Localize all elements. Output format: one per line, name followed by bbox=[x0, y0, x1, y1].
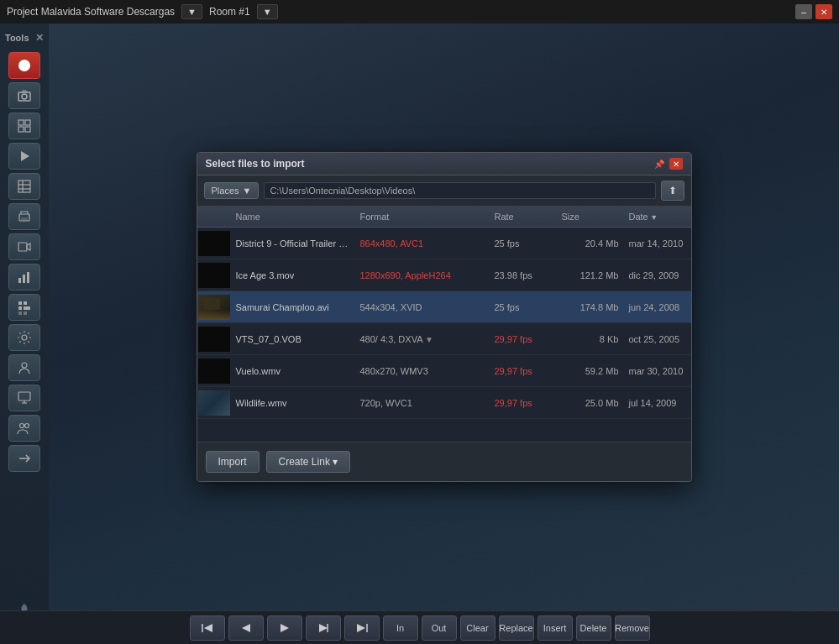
svg-rect-18 bbox=[27, 272, 29, 283]
dialog-controls: 📌 ✕ bbox=[653, 158, 683, 170]
tool-monitor[interactable] bbox=[8, 385, 40, 411]
dialog-titlebar: Select files to import 📌 ✕ bbox=[197, 153, 691, 175]
file-thumbnail bbox=[197, 228, 231, 259]
import-dialog: Select files to import 📌 ✕ Places ▼ C:\U… bbox=[197, 152, 692, 482]
svg-marker-39 bbox=[319, 624, 328, 632]
file-date: jul 14, 2009 bbox=[624, 398, 691, 408]
tool-grid2[interactable] bbox=[8, 294, 40, 321]
tool-chart[interactable] bbox=[8, 264, 40, 291]
dialog-pin-button[interactable]: 📌 bbox=[653, 158, 666, 170]
first-frame-button[interactable] bbox=[190, 615, 225, 641]
places-button[interactable]: Places ▼ bbox=[204, 182, 260, 199]
svg-marker-15 bbox=[27, 243, 30, 250]
file-list-header: Name Format Rate Size Date bbox=[197, 207, 691, 228]
tool-video[interactable] bbox=[8, 233, 40, 260]
file-size: 20.4 Mb bbox=[557, 238, 624, 249]
file-rate: 25 fps bbox=[490, 238, 557, 249]
tool-record[interactable] bbox=[8, 52, 40, 79]
tool-grid[interactable] bbox=[8, 113, 40, 139]
svg-rect-19 bbox=[18, 301, 22, 305]
svg-point-28 bbox=[22, 363, 27, 368]
tool-print[interactable] bbox=[8, 203, 40, 230]
col-header-name[interactable]: Name bbox=[231, 210, 355, 223]
svg-rect-20 bbox=[24, 301, 27, 305]
play-button[interactable] bbox=[267, 615, 302, 641]
import-button[interactable]: Import bbox=[206, 451, 260, 473]
svg-point-0 bbox=[18, 60, 30, 71]
svg-point-32 bbox=[20, 424, 24, 428]
app-title: Project Malavida Software Descargas bbox=[7, 6, 175, 18]
file-date: jun 24, 2008 bbox=[624, 302, 691, 312]
minimize-button[interactable]: – bbox=[795, 4, 812, 19]
svg-point-2 bbox=[22, 94, 27, 99]
out-button[interactable]: Out bbox=[422, 615, 457, 641]
room-dropdown[interactable]: ▼ bbox=[257, 4, 278, 19]
svg-marker-42 bbox=[357, 624, 365, 632]
project-dropdown[interactable]: ▼ bbox=[181, 4, 202, 19]
sidebar-close-button[interactable]: ✕ bbox=[35, 32, 44, 44]
tool-play[interactable] bbox=[8, 143, 40, 170]
file-row[interactable]: District 9 - Official Trailer 2.mp4 864x… bbox=[197, 228, 691, 259]
replace-button[interactable]: Replace bbox=[499, 615, 534, 641]
prev-button[interactable] bbox=[228, 615, 264, 641]
col-header-size[interactable]: Size bbox=[557, 210, 624, 223]
file-list-container: Name Format Rate Size Date District 9 - … bbox=[197, 207, 691, 442]
close-button[interactable]: ✕ bbox=[815, 4, 832, 19]
col-header-date[interactable]: Date bbox=[624, 210, 691, 223]
file-format: 544x304, XVID bbox=[355, 302, 490, 312]
dialog-close-button[interactable]: ✕ bbox=[669, 158, 683, 170]
tool-camera[interactable] bbox=[8, 82, 40, 109]
insert-button[interactable]: Insert bbox=[537, 615, 573, 641]
file-thumbnail bbox=[197, 387, 231, 419]
tool-arrow[interactable] bbox=[8, 445, 40, 472]
col-header-rate[interactable]: Rate bbox=[490, 210, 557, 223]
file-thumbnail bbox=[197, 355, 231, 387]
file-row[interactable]: Vuelo.wmv 480x270, WMV3 29,97 fps 59.2 M… bbox=[197, 355, 691, 387]
svg-rect-14 bbox=[18, 243, 27, 251]
file-name: Samurai Champloo.avi bbox=[231, 302, 355, 312]
remove-button[interactable]: Remove bbox=[615, 615, 650, 641]
file-date: dic 29, 2009 bbox=[624, 270, 691, 280]
clear-button[interactable]: Clear bbox=[460, 615, 496, 641]
file-format: 480x270, WMV3 bbox=[355, 366, 490, 376]
svg-point-33 bbox=[25, 424, 29, 428]
file-rate: 23.98 fps bbox=[490, 270, 557, 280]
file-date: mar 14, 2010 bbox=[624, 238, 691, 249]
svg-marker-38 bbox=[281, 624, 289, 632]
file-rate: 29,97 fps bbox=[490, 334, 557, 344]
svg-point-27 bbox=[22, 335, 27, 340]
tool-table[interactable] bbox=[8, 173, 40, 200]
file-name: VTS_07_0.VOB bbox=[231, 334, 355, 344]
file-row[interactable]: Wildlife.wmv 720p, WVC1 29,97 fps 25.0 M… bbox=[197, 387, 691, 419]
file-name: District 9 - Official Trailer 2.mp4 bbox=[231, 238, 355, 249]
navigate-up-button[interactable]: ⬆ bbox=[661, 181, 684, 201]
file-rate: 29,97 fps bbox=[490, 366, 557, 376]
next-button[interactable] bbox=[306, 615, 341, 641]
col-header-format[interactable]: Format bbox=[355, 210, 490, 223]
file-name: Vuelo.wmv bbox=[231, 366, 355, 376]
last-frame-button[interactable] bbox=[344, 615, 380, 641]
browser-toolbar: Places ▼ C:\Users\Ontecnia\Desktop\Video… bbox=[197, 175, 691, 207]
svg-rect-25 bbox=[18, 312, 22, 315]
file-size: 25.0 Mb bbox=[557, 398, 624, 408]
window-controls: – ✕ bbox=[795, 4, 832, 19]
file-row[interactable]: VTS_07_0.VOB 480/ 4:3, DXVA ▼ 29,97 fps … bbox=[197, 323, 691, 355]
file-thumbnail bbox=[197, 259, 231, 291]
tool-people[interactable] bbox=[8, 415, 40, 442]
in-button[interactable]: In bbox=[383, 615, 418, 641]
tool-settings[interactable] bbox=[8, 324, 40, 351]
svg-rect-8 bbox=[18, 181, 30, 192]
tool-user[interactable] bbox=[8, 354, 40, 381]
svg-marker-36 bbox=[204, 624, 212, 632]
svg-marker-7 bbox=[21, 151, 29, 161]
svg-rect-29 bbox=[18, 392, 30, 401]
sidebar-title: Tools bbox=[5, 33, 29, 43]
file-date: oct 25, 2005 bbox=[624, 334, 691, 344]
file-rate: 29,97 fps bbox=[490, 398, 557, 408]
file-row[interactable]: Ice Age 3.mov 1280x690, AppleH264 23.98 … bbox=[197, 259, 691, 291]
delete-button[interactable]: Delete bbox=[576, 615, 611, 641]
dialog-title: Select files to import bbox=[206, 158, 305, 170]
create-link-button[interactable]: Create Link ▾ bbox=[266, 451, 351, 473]
file-row[interactable]: Samurai Champloo.avi 544x304, XVID 25 fp… bbox=[197, 291, 691, 323]
file-format: 1280x690, AppleH264 bbox=[355, 270, 490, 280]
